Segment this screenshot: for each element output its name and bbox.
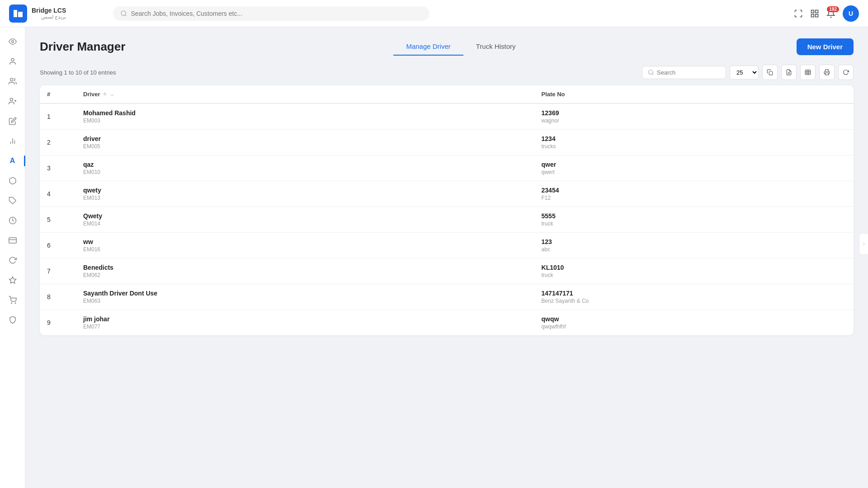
global-search-bar[interactable] bbox=[113, 6, 429, 21]
notification-button[interactable]: 192 bbox=[826, 9, 835, 18]
plate-label: trucks bbox=[542, 143, 846, 150]
table-row[interactable]: 9 jim johar EM077 qwqw qwqwfhfhf bbox=[40, 310, 854, 336]
page-title: Driver Manager bbox=[40, 40, 125, 54]
cell-num: 1 bbox=[40, 103, 76, 130]
table-row[interactable]: 4 qwety EM013 23454 F12 bbox=[40, 181, 854, 207]
driver-name: qwety bbox=[83, 187, 527, 194]
svg-line-3 bbox=[125, 14, 127, 16]
logo-text: Bridge LCS بريدج لسس bbox=[32, 7, 66, 20]
plate-no: qwer bbox=[542, 161, 846, 168]
sidebar-item-person[interactable] bbox=[4, 52, 22, 70]
sidebar-item-tag[interactable] bbox=[4, 192, 22, 210]
sidebar-item-edit[interactable] bbox=[4, 112, 22, 130]
sidebar-item-widget[interactable] bbox=[4, 271, 22, 289]
svg-rect-19 bbox=[9, 238, 16, 243]
sidebar-item-box[interactable] bbox=[4, 172, 22, 190]
nav-actions: 192 U bbox=[794, 5, 859, 22]
plate-no: 147147171 bbox=[542, 290, 846, 297]
cell-plate: qwer qwert bbox=[534, 155, 854, 181]
cell-driver: ww EM016 bbox=[76, 233, 534, 258]
plate-label: F12 bbox=[542, 195, 846, 201]
fullscreen-button[interactable] bbox=[794, 9, 803, 18]
print-button[interactable] bbox=[819, 65, 835, 80]
table-body: 1 Mohamed Rashid EM003 12369 wagnor 2 dr… bbox=[40, 103, 854, 335]
tabs-area: Manage Driver Truck History bbox=[393, 38, 528, 56]
sidebar-item-card[interactable] bbox=[4, 231, 22, 249]
plate-no: KL1010 bbox=[542, 264, 846, 271]
driver-name: driver bbox=[83, 135, 527, 142]
cell-driver: driver EM005 bbox=[76, 130, 534, 155]
table-row[interactable]: 6 ww EM016 123 abc bbox=[40, 233, 854, 258]
table-search-input[interactable] bbox=[657, 69, 720, 76]
svg-point-2 bbox=[121, 11, 126, 15]
col-header-driver[interactable]: Driver bbox=[76, 85, 534, 103]
cell-driver: qaz EM010 bbox=[76, 155, 534, 181]
cell-num: 7 bbox=[40, 258, 76, 284]
table-row[interactable]: 7 Benedicts EM062 KL1010 truck bbox=[40, 258, 854, 284]
driver-name: ww bbox=[83, 238, 527, 245]
driver-name: jim johar bbox=[83, 315, 527, 323]
excel-button[interactable] bbox=[800, 65, 816, 80]
svg-line-25 bbox=[652, 74, 654, 75]
cell-num: 4 bbox=[40, 181, 76, 207]
sidebar-item-cart[interactable] bbox=[4, 291, 22, 309]
svg-rect-6 bbox=[811, 14, 814, 17]
cell-num: 8 bbox=[40, 284, 76, 310]
sidebar-item-eye[interactable] bbox=[4, 33, 22, 51]
table-row[interactable]: 5 Qwety EM014 5555 truck bbox=[40, 207, 854, 233]
table-row[interactable]: 3 qaz EM010 qwer qwert bbox=[40, 155, 854, 181]
cell-num: 3 bbox=[40, 155, 76, 181]
csv-button[interactable] bbox=[781, 65, 797, 80]
cell-plate: 1234 trucks bbox=[534, 130, 854, 155]
cell-driver: Benedicts EM062 bbox=[76, 258, 534, 284]
cell-plate: 123 abc bbox=[534, 233, 854, 258]
svg-point-8 bbox=[11, 41, 14, 43]
table-search-wrap[interactable] bbox=[642, 66, 726, 79]
plate-no: 1234 bbox=[542, 135, 846, 142]
new-driver-button[interactable]: New Driver bbox=[797, 38, 854, 55]
sort-icon bbox=[102, 92, 108, 97]
driver-id: EM003 bbox=[83, 117, 527, 124]
copy-button[interactable] bbox=[762, 65, 778, 80]
table-search-icon bbox=[648, 69, 654, 75]
app-name: Bridge LCS bbox=[32, 7, 66, 14]
cell-num: 5 bbox=[40, 207, 76, 233]
plate-no: qwqw bbox=[542, 315, 846, 323]
collapse-handle[interactable] bbox=[859, 233, 868, 255]
driver-table: # Driver Plate No 1 Mohamed Rashid bbox=[40, 85, 854, 335]
table-row[interactable]: 1 Mohamed Rashid EM003 12369 wagnor bbox=[40, 103, 854, 130]
table-row[interactable]: 2 driver EM005 1234 trucks bbox=[40, 130, 854, 155]
active-module-icon: A bbox=[10, 157, 15, 165]
svg-rect-4 bbox=[811, 10, 814, 13]
table-row[interactable]: 8 Sayanth Driver Dont Use EM063 14714717… bbox=[40, 284, 854, 310]
svg-rect-1 bbox=[18, 12, 23, 17]
sidebar-item-add-person[interactable] bbox=[4, 92, 22, 110]
sidebar-item-people[interactable] bbox=[4, 72, 22, 90]
sidebar-item-shield[interactable] bbox=[4, 311, 22, 329]
plate-label: Benz Sayanth & Co bbox=[542, 298, 846, 304]
right-controls: 25 50 100 bbox=[642, 65, 854, 80]
svg-point-22 bbox=[11, 303, 12, 304]
sidebar-item-refresh[interactable] bbox=[4, 251, 22, 269]
reload-button[interactable] bbox=[838, 65, 854, 80]
table-header: # Driver Plate No bbox=[40, 85, 854, 103]
tab-manage-driver[interactable]: Manage Driver bbox=[393, 38, 463, 56]
sidebar-item-clock[interactable] bbox=[4, 211, 22, 230]
plate-no: 123 bbox=[542, 238, 846, 245]
page-size-select[interactable]: 25 50 100 bbox=[730, 66, 759, 80]
col-header-plate: Plate No bbox=[534, 85, 854, 103]
global-search-input[interactable] bbox=[131, 10, 422, 17]
cell-driver: Sayanth Driver Dont Use EM063 bbox=[76, 284, 534, 310]
grid-button[interactable] bbox=[810, 9, 819, 18]
svg-rect-29 bbox=[805, 70, 811, 75]
tab-truck-history[interactable]: Truck History bbox=[463, 38, 528, 56]
driver-name: Qwety bbox=[83, 212, 527, 220]
app-name-ar: بريدج لسس bbox=[32, 14, 66, 20]
driver-id: EM005 bbox=[83, 143, 527, 150]
sort-down-icon bbox=[109, 92, 115, 97]
logo-area: Bridge LCS بريدج لسس bbox=[9, 5, 99, 23]
sidebar-item-chart[interactable] bbox=[4, 132, 22, 150]
logo-icon bbox=[9, 5, 27, 23]
sidebar-item-active-module[interactable]: A bbox=[4, 152, 22, 170]
user-avatar[interactable]: U bbox=[843, 5, 859, 22]
